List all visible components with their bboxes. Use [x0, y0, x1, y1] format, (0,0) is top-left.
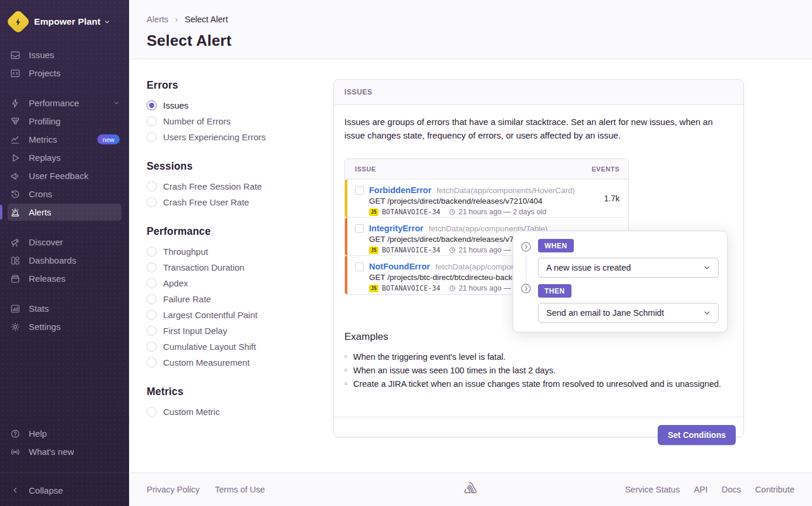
issues-panel-header: ISSUES: [334, 80, 743, 105]
issue-culprit: fetchData(app/components/HoverCard): [437, 186, 575, 195]
contribute-link[interactable]: Contribute: [755, 485, 794, 494]
radio-option-largest-contentful-paint[interactable]: Largest Contentful Paint: [147, 307, 317, 323]
radio-option-throughput[interactable]: Throughput: [147, 244, 317, 259]
radio-option-transaction-duration[interactable]: Transaction Duration: [147, 259, 317, 275]
radio-option-apdex[interactable]: Apdex: [147, 275, 317, 291]
chevron-down-icon: [703, 309, 711, 317]
example-item: Create a JIRA ticket when an issue chang…: [344, 377, 733, 391]
when-condition-value: A new issue is created: [546, 263, 631, 272]
terms-of-use-link[interactable]: Terms of Use: [215, 485, 265, 494]
docs-link[interactable]: Docs: [722, 485, 741, 494]
sidebar-item-user-feedback[interactable]: User Feedback: [0, 167, 129, 185]
set-conditions-button[interactable]: Set Conditions: [658, 425, 736, 445]
sidebar-item-help[interactable]: Help: [0, 424, 129, 443]
service-status-link[interactable]: Service Status: [625, 485, 680, 494]
radio-option-issues[interactable]: Issues: [147, 97, 317, 113]
issue-title-link[interactable]: NotFoundError: [369, 262, 430, 271]
alert-conditions-popup: WHEN A new issue is created THEN Send an…: [513, 231, 728, 332]
radio-label: Throughput: [163, 247, 208, 257]
issue-age: 21 hours ago — 2 days old: [459, 208, 546, 216]
radio-option-failure-rate[interactable]: Failure Rate: [147, 291, 317, 307]
chevron-right-icon: [174, 17, 180, 23]
gear-icon: [9, 321, 21, 332]
circle-chevron-icon: [520, 241, 532, 253]
then-action-select[interactable]: Send an email to Jane Schmidt: [538, 303, 719, 323]
broadcast-icon: [9, 446, 21, 457]
sidebar-item-metrics[interactable]: Metrics new: [0, 130, 129, 149]
sidebar-item-discover[interactable]: Discover: [0, 233, 129, 251]
radio-icon: [147, 357, 157, 367]
clock-icon: [449, 285, 456, 292]
app-root: Empower Plant Issues Projects: [0, 0, 812, 506]
then-action-value: Send an email to Jane Schmidt: [546, 308, 664, 318]
org-logo-icon: [6, 9, 31, 34]
events-column-header: EVENTS: [591, 166, 620, 173]
section-heading-errors: Errors: [147, 79, 317, 92]
issue-checkbox[interactable]: [355, 262, 364, 271]
sidebar-item-label: Projects: [29, 68, 60, 78]
radio-icon: [147, 342, 157, 352]
issue-row[interactable]: ForbiddenError fetchData(app/components/…: [345, 180, 628, 218]
lightning-icon: [9, 97, 21, 109]
chevron-down-icon: [113, 98, 120, 108]
then-badge: THEN: [538, 284, 571, 298]
radio-icon: [147, 310, 157, 320]
api-link[interactable]: API: [694, 485, 708, 494]
examples-heading: Examples: [344, 331, 733, 343]
radio-option-custom-metric[interactable]: Custom Metric: [147, 404, 317, 420]
org-switcher[interactable]: Empower Plant: [0, 11, 129, 31]
section-heading-performance: Performance: [147, 225, 317, 238]
sidebar-item-performance[interactable]: Performance: [0, 94, 129, 112]
sidebar-item-releases[interactable]: Releases: [0, 269, 129, 288]
when-condition-select[interactable]: A new issue is created: [538, 258, 719, 278]
issue-checkbox[interactable]: [355, 186, 364, 195]
sidebar-item-dashboards[interactable]: Dashboards: [0, 251, 129, 269]
radio-label: Crash Free User Rate: [163, 197, 249, 207]
sidebar-item-settings[interactable]: Settings: [0, 318, 129, 336]
sidebar-item-replays[interactable]: Replays: [0, 149, 129, 167]
issue-checkbox[interactable]: [355, 224, 364, 233]
siren-icon: [9, 207, 21, 218]
radio-option-number-of-errors[interactable]: Number of Errors: [147, 113, 317, 129]
help-icon: [9, 428, 21, 439]
active-item-indicator: [0, 205, 2, 220]
issue-level-bar: [345, 180, 347, 217]
radio-option-crash-free-user-rate[interactable]: Crash Free User Rate: [147, 194, 317, 210]
sidebar-item-whats-new[interactable]: What's new: [0, 443, 129, 461]
issue-column-header: ISSUE: [355, 166, 376, 173]
sidebar-item-projects[interactable]: Projects: [0, 64, 129, 82]
issue-title-link[interactable]: IntegrityError: [369, 224, 424, 233]
radio-option-custom-measurement[interactable]: Custom Measurement: [147, 355, 317, 370]
issue-title-link[interactable]: ForbiddenError: [369, 185, 431, 195]
sidebar-item-issues[interactable]: Issues: [0, 46, 129, 64]
sidebar-item-label: Alerts: [29, 207, 51, 217]
archive-box-icon: [9, 273, 21, 284]
play-icon: [9, 152, 21, 163]
sidebar-item-label: User Feedback: [29, 171, 89, 181]
issue-event-count: 1.7k: [604, 194, 620, 203]
sidebar-item-stats[interactable]: Stats: [0, 299, 129, 318]
radio-option-users-experiencing-errors[interactable]: Users Experiencing Errors: [147, 129, 317, 145]
sidebar-item-alerts[interactable]: Alerts: [0, 203, 129, 221]
radio-option-first-input-delay[interactable]: First Input Delay: [147, 323, 317, 339]
sidebar-collapse-button[interactable]: Collapse: [0, 480, 129, 500]
sidebar-item-label: Collapse: [29, 485, 63, 495]
sidebar-item-crons[interactable]: Crons: [0, 185, 129, 203]
radio-option-crash-free-session-rate[interactable]: Crash Free Session Rate: [147, 178, 317, 194]
metrics-icon: [9, 134, 21, 145]
breadcrumb-current: Select Alert: [185, 15, 228, 24]
radio-label: Largest Contentful Paint: [163, 310, 258, 320]
breadcrumb: Alerts Select Alert: [147, 15, 228, 24]
example-text: When an issue was seen 100 times in the …: [353, 364, 556, 377]
radio-label: Custom Measurement: [163, 357, 250, 367]
sidebar-item-profiling[interactable]: Profiling: [0, 112, 129, 130]
popup-connector-rail: [520, 239, 532, 323]
clock-icon: [449, 247, 456, 254]
megaphone-icon: [9, 170, 21, 181]
sidebar-item-label: Stats: [29, 303, 49, 313]
breadcrumb-alerts-link[interactable]: Alerts: [147, 15, 168, 24]
radio-icon: [147, 116, 157, 126]
section-heading-sessions: Sessions: [147, 160, 317, 173]
privacy-policy-link[interactable]: Privacy Policy: [147, 485, 199, 494]
radio-option-cumulative-layout-shift[interactable]: Cumulative Layout Shift: [147, 339, 317, 355]
